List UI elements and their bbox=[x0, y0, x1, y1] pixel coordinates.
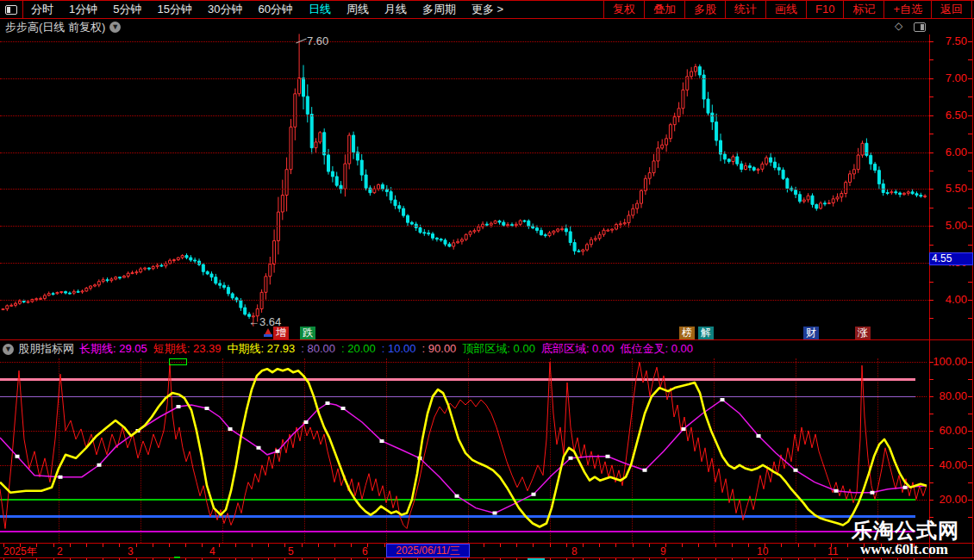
diamond-icon[interactable]: ◇ bbox=[895, 20, 902, 32]
main-axis-tick bbox=[968, 134, 972, 134]
watermark-url: www.60lt.com bbox=[860, 541, 974, 558]
main-axis-label: 6.50 bbox=[931, 109, 967, 122]
main-axis-tick bbox=[968, 152, 972, 153]
menu-right-button-0[interactable]: 复权 bbox=[603, 1, 644, 18]
main-gridline bbox=[0, 115, 929, 116]
last-price-tag: 4.55 bbox=[929, 252, 973, 265]
menu-item-5[interactable]: 60分钟 bbox=[250, 1, 300, 18]
menu-right-button-7[interactable]: +自选 bbox=[883, 1, 931, 18]
signal-green-box bbox=[169, 358, 187, 365]
main-axis-tick bbox=[929, 318, 933, 319]
indicator-axis-tick bbox=[968, 465, 972, 466]
right-border bbox=[972, 19, 973, 558]
timeline-label: 10 bbox=[757, 545, 768, 557]
menu-item-3[interactable]: 15分钟 bbox=[149, 1, 199, 18]
indicator-axis-tick bbox=[929, 482, 933, 483]
indicator-svg[interactable] bbox=[0, 358, 929, 544]
menu-right-button-1[interactable]: 叠加 bbox=[644, 1, 684, 18]
indicator-axis-tick bbox=[929, 465, 933, 466]
indicator-header: ▼ 股朋指标网 长期线: 29.05短期线: 23.39中期线: 27.93: … bbox=[0, 341, 929, 357]
menu-item-8[interactable]: 月线 bbox=[377, 1, 415, 18]
main-axis-tick bbox=[929, 226, 933, 227]
chart-tag-2[interactable]: 榜 bbox=[679, 327, 695, 339]
main-axis-tick bbox=[968, 59, 972, 60]
timeline-label: 2025年 bbox=[3, 545, 37, 557]
main-axis-label: 7.50 bbox=[931, 34, 967, 48]
indicator-field-1: 短期线: 23.39 bbox=[153, 342, 222, 355]
menu-right-button-8[interactable]: 返回 bbox=[931, 1, 971, 18]
indicator-axis-label: 20.00 bbox=[931, 493, 967, 507]
indicator-field-3: : 80.00 bbox=[301, 342, 335, 355]
menu-right-button-3[interactable]: 统计 bbox=[725, 1, 765, 18]
indicator-axis-label: 100.00 bbox=[931, 355, 967, 369]
main-axis-tick bbox=[968, 115, 972, 116]
candles-svg[interactable] bbox=[0, 31, 929, 339]
main-axis-label: 5.50 bbox=[931, 182, 967, 196]
divider bbox=[0, 339, 974, 340]
indicator-axis-tick bbox=[968, 379, 972, 380]
top-menu-bar: 分时1分钟5分钟15分钟30分钟60分钟日线周线月线多周期更多 > 复权叠加多股… bbox=[0, 0, 974, 19]
indicator-axis-tick bbox=[968, 414, 972, 414]
timeline-label: 6 bbox=[362, 545, 368, 557]
menu-right-button-5[interactable]: F10 bbox=[806, 1, 843, 18]
main-axis-tick bbox=[929, 245, 933, 246]
high-annotation: 7.60 bbox=[307, 34, 328, 47]
menu-item-1[interactable]: 1分钟 bbox=[61, 1, 105, 18]
updown-triangle-icon[interactable] bbox=[264, 328, 272, 336]
main-gridline bbox=[0, 78, 929, 79]
main-gridline bbox=[0, 41, 929, 42]
main-axis-tick bbox=[968, 226, 972, 227]
indicator-fields: 长期线: 29.05短期线: 23.39中期线: 27.93: 80.00: 2… bbox=[79, 341, 699, 357]
chart-tag-5[interactable]: 涨 bbox=[855, 327, 871, 339]
indicator-axis-label: 40.00 bbox=[931, 458, 967, 472]
main-axis-tick bbox=[929, 208, 933, 208]
main-axis-label: 7.00 bbox=[931, 72, 967, 85]
menu-item-2[interactable]: 5分钟 bbox=[105, 1, 149, 18]
indicator-axis-tick bbox=[929, 431, 933, 432]
indicator-axis-tick bbox=[968, 362, 972, 363]
main-axis-tick bbox=[929, 115, 933, 116]
indicator-axis-tick bbox=[929, 396, 933, 397]
chart-tag-4[interactable]: 财 bbox=[803, 327, 819, 339]
main-axis-tick bbox=[929, 96, 933, 97]
timeline-label: 3 bbox=[128, 545, 134, 557]
menu-item-0[interactable]: 分时 bbox=[23, 1, 61, 18]
indicator-axis-tick bbox=[929, 500, 933, 501]
main-axis-tick bbox=[968, 189, 972, 190]
menu-right-button-4[interactable]: 画线 bbox=[765, 1, 806, 18]
timeline-date-highlight: 2025/06/11/三 bbox=[386, 544, 470, 557]
menu-item-4[interactable]: 30分钟 bbox=[200, 1, 250, 18]
chart-tag-0[interactable]: 增 bbox=[273, 327, 289, 339]
menu-item-6[interactable]: 日线 bbox=[301, 1, 339, 18]
menu-right: 复权叠加多股统计画线F10标记+自选返回 bbox=[603, 1, 972, 18]
signal-green-dash bbox=[174, 557, 180, 558]
main-axis-tick bbox=[929, 171, 933, 171]
main-gridline bbox=[0, 152, 929, 153]
indicator-axis-tick bbox=[929, 414, 933, 414]
timeline-label: 2 bbox=[57, 545, 63, 557]
timeline-label: 4 bbox=[209, 545, 215, 557]
menu-right-button-2[interactable]: 多股 bbox=[684, 1, 725, 18]
main-axis-tick bbox=[929, 282, 933, 283]
main-gridline bbox=[0, 300, 929, 301]
main-axis-tick bbox=[968, 41, 972, 42]
main-gridline bbox=[0, 189, 929, 190]
chart-tag-1[interactable]: 跌 bbox=[300, 327, 315, 339]
layout-split-button[interactable] bbox=[0, 1, 23, 18]
menu-item-9[interactable]: 多周期 bbox=[415, 1, 464, 18]
menu-item-10[interactable]: 更多 > bbox=[464, 1, 511, 18]
menu-item-7[interactable]: 周线 bbox=[339, 1, 377, 18]
main-gridline bbox=[0, 226, 929, 227]
chevron-down-icon[interactable]: ▼ bbox=[3, 344, 14, 355]
main-axis-tick bbox=[968, 245, 972, 246]
menu-right-button-6[interactable]: 标记 bbox=[843, 1, 883, 18]
indicator-axis-tick bbox=[929, 379, 933, 380]
indicator-source: 股朋指标网 bbox=[18, 341, 74, 357]
menu-left: 分时1分钟5分钟15分钟30分钟60分钟日线周线月线多周期更多 > bbox=[23, 1, 511, 18]
chart-tag-3[interactable]: 解 bbox=[698, 327, 714, 339]
indicator-axis-tick bbox=[968, 482, 972, 483]
indicator-axis-label: 60.00 bbox=[931, 424, 967, 438]
indicator-field-6: : 90.00 bbox=[422, 342, 457, 355]
main-axis-tick bbox=[929, 300, 933, 301]
timeline-label: 9 bbox=[660, 545, 666, 557]
